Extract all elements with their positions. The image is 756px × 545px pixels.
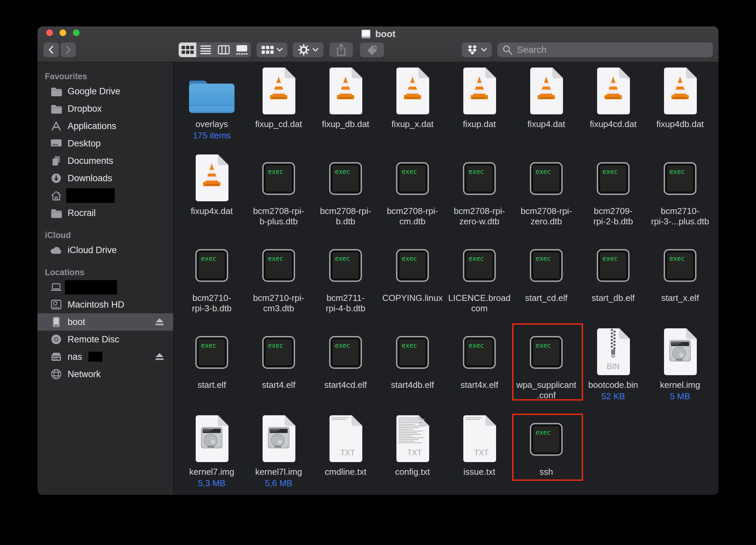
file-item-bcm2711-rpi-4-b.dtb[interactable]: execbcm2711-rpi-4-b.dtb <box>312 239 379 326</box>
file-item-fixup-cd.dat[interactable]: fixup_cd.dat <box>245 65 312 152</box>
sidebar-item-desktop[interactable]: Desktop <box>37 135 173 152</box>
action-menu-button[interactable] <box>293 42 323 57</box>
search-field[interactable] <box>497 42 713 57</box>
file-item-bcm2709-rpi-2-b.dtb[interactable]: execbcm2709-rpi-2-b.dtb <box>580 152 647 239</box>
file-name: bcm2710-rpi-3-...plus.dtb <box>647 206 713 227</box>
file-item-bcm2710-rpi-cm3.dtb[interactable]: execbcm2710-rpi-cm3.dtb <box>245 239 312 326</box>
tag-button[interactable] <box>360 42 384 57</box>
sidebar-item-documents[interactable]: Documents <box>37 152 173 170</box>
file-item-kernel7l.img[interactable]: kernel7l.img5,6 MB <box>245 413 312 495</box>
file-item-start-x.elf[interactable]: execstart_x.elf <box>647 239 714 326</box>
sidebar-item-network[interactable]: Network <box>37 365 173 383</box>
group-by-button[interactable] <box>257 42 287 57</box>
sidebar-item-rocrail[interactable]: Rocrail <box>37 204 173 222</box>
exec-file-icon: exec <box>379 239 446 292</box>
gear-icon <box>298 44 310 56</box>
sidebar-item-dropbox[interactable]: Dropbox <box>37 100 173 117</box>
file-item-bcm2708-rpi-zero-w.dtb[interactable]: execbcm2708-rpi-zero-w.dtb <box>446 152 513 239</box>
file-name: start4.elf <box>246 380 311 390</box>
exec-file-icon: exec <box>513 413 580 465</box>
exec-file-icon: exec <box>379 326 446 378</box>
view-columns-button[interactable] <box>215 42 233 57</box>
file-item-kernel7.img[interactable]: kernel7.img5,3 MB <box>178 413 245 495</box>
file-item-config.txt[interactable]: TXTconfig.txt <box>379 413 446 495</box>
extdrive-icon <box>50 316 62 328</box>
svg-text:exec: exec <box>536 429 551 436</box>
sidebar-item-applications[interactable]: Applications <box>37 117 173 135</box>
file-item-ssh[interactable]: execssh <box>513 413 580 495</box>
eject-button[interactable] <box>155 318 165 326</box>
forward-button[interactable] <box>61 42 76 57</box>
vlc-file-icon <box>178 152 245 205</box>
sidebar-section-label: Locations <box>45 267 173 277</box>
file-item-fixup.dat[interactable]: fixup.dat <box>446 65 513 152</box>
view-list-button[interactable] <box>197 42 215 57</box>
tag-icon <box>366 44 378 56</box>
view-icons-button[interactable] <box>179 42 197 57</box>
svg-text:exec: exec <box>402 342 417 349</box>
file-item-fixup-db.dat[interactable]: fixup_db.dat <box>312 65 379 152</box>
file-item-fixup4x.dat[interactable]: fixup4x.dat <box>178 152 245 239</box>
file-item-bootcode.bin[interactable]: BINbootcode.bin52 KB <box>580 326 647 413</box>
sidebar-item-icloud-drive[interactable]: iCloud Drive <box>37 241 173 259</box>
file-item-bcm2708-rpi-b-plus.dtb[interactable]: execbcm2708-rpi-b-plus.dtb <box>245 152 312 239</box>
file-item-wpa-supplicant.conf[interactable]: execwpa_supplicant.conf <box>513 326 580 413</box>
back-button[interactable] <box>43 42 59 57</box>
svg-text:TXT: TXT <box>407 448 421 457</box>
vlc-file-icon <box>245 65 312 118</box>
file-item-bcm2710-rpi-3-b.dtb[interactable]: execbcm2710-rpi-3-b.dtb <box>178 239 245 326</box>
svg-text:exec: exec <box>536 168 551 175</box>
sidebar-item-downloads[interactable]: Downloads <box>37 170 173 187</box>
file-name: fixup4db.dat <box>647 119 713 129</box>
sidebar-item-label: nas <box>68 352 82 362</box>
file-item-fixup4cd.dat[interactable]: fixup4cd.dat <box>580 65 647 152</box>
search-input[interactable] <box>516 44 708 56</box>
file-item-issue.txt[interactable]: TXTissue.txt <box>446 413 513 495</box>
dropbox-menu-button[interactable] <box>462 42 492 57</box>
view-gallery-button[interactable] <box>233 42 251 57</box>
file-item-licence.broadcom[interactable]: execLICENCE.broadcom <box>446 239 513 326</box>
sidebar-item-redacted[interactable] <box>37 279 173 296</box>
file-meta: 52 KB <box>601 391 625 401</box>
desktop-icon <box>50 138 62 148</box>
file-item-overlays[interactable]: overlays175 items <box>178 65 245 152</box>
file-item-bcm2710-rpi-3-...plus.dtb[interactable]: execbcm2710-rpi-3-...plus.dtb <box>647 152 714 239</box>
file-browser: overlays175 items fixup_cd.dat fixup_db.… <box>174 62 719 495</box>
diskimg-file-icon <box>178 413 245 465</box>
file-item-fixup-x.dat[interactable]: fixup_x.dat <box>379 65 446 152</box>
file-item-cmdline.txt[interactable]: TXTcmdline.txt <box>312 413 379 495</box>
file-item-start.elf[interactable]: execstart.elf <box>178 326 245 413</box>
file-item-kernel.img[interactable]: kernel.img5 MB <box>647 326 714 413</box>
file-item-copying.linux[interactable]: execCOPYING.linux <box>379 239 446 326</box>
file-item-bcm2708-rpi-zero.dtb[interactable]: execbcm2708-rpi-zero.dtb <box>513 152 580 239</box>
file-item-fixup4db.dat[interactable]: fixup4db.dat <box>647 65 714 152</box>
file-name: fixup.dat <box>447 119 512 129</box>
file-item-start4db.elf[interactable]: execstart4db.elf <box>379 326 446 413</box>
redaction-box <box>66 188 115 203</box>
file-name: bcm2708-rpi-b-plus.dtb <box>246 206 311 227</box>
window-title-text: boot <box>375 29 396 39</box>
file-item-bcm2708-rpi-b.dtb[interactable]: execbcm2708-rpi-b.dtb <box>312 152 379 239</box>
file-item-fixup4.dat[interactable]: fixup4.dat <box>513 65 580 152</box>
laptop-icon <box>50 283 62 292</box>
file-name: fixup_x.dat <box>380 119 445 129</box>
sidebar-item-remote-disc[interactable]: Remote Disc <box>37 331 173 348</box>
svg-text:exec: exec <box>469 342 484 349</box>
file-item-start-cd.elf[interactable]: execstart_cd.elf <box>513 239 580 326</box>
file-item-start4cd.elf[interactable]: execstart4cd.elf <box>312 326 379 413</box>
sidebar-item-macintosh-hd[interactable]: Macintosh HD <box>37 296 173 313</box>
eject-button[interactable] <box>155 352 165 361</box>
sidebar-item-google-drive[interactable]: Google Drive <box>37 83 173 100</box>
file-item-start-db.elf[interactable]: execstart_db.elf <box>580 239 647 326</box>
file-name: COPYING.linux <box>380 293 445 303</box>
file-item-bcm2708-rpi-cm.dtb[interactable]: execbcm2708-rpi-cm.dtb <box>379 152 446 239</box>
sidebar-item-redacted[interactable] <box>37 187 173 204</box>
exec-file-icon: exec <box>245 326 312 378</box>
sidebar-item-nas[interactable]: nas <box>37 348 173 365</box>
file-item-start4x.elf[interactable]: execstart4x.elf <box>446 326 513 413</box>
svg-text:TXT: TXT <box>340 448 355 457</box>
sidebar-item-boot[interactable]: boot <box>37 313 173 331</box>
file-item-start4.elf[interactable]: execstart4.elf <box>245 326 312 413</box>
documents-icon <box>50 155 62 166</box>
share-button[interactable] <box>329 42 353 57</box>
